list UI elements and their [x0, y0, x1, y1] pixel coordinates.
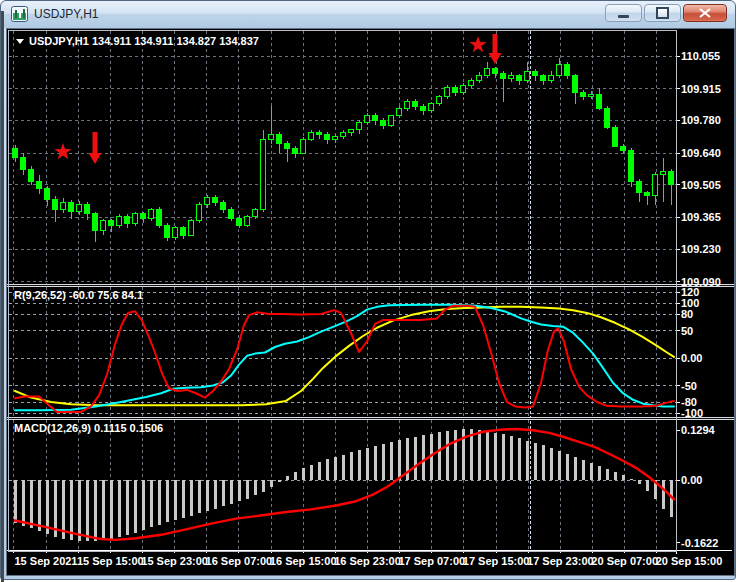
svg-text:16 Sep 15:00: 16 Sep 15:00 [270, 555, 337, 567]
svg-text:20 Sep 07:00: 20 Sep 07:00 [591, 555, 658, 567]
macd-histogram [14, 429, 673, 541]
svg-text:110.055: 110.055 [681, 50, 720, 62]
svg-text:15 Sep 23:00: 15 Sep 23:00 [141, 555, 208, 567]
maximize-button[interactable] [644, 4, 681, 22]
svg-text:-0.1622: -0.1622 [681, 537, 718, 549]
window-controls [605, 4, 727, 22]
ohlc-readout: USDJPY,H1 134.911 134.911 134.827 134.83… [29, 35, 259, 47]
svg-text:0.00: 0.00 [681, 474, 702, 486]
svg-text:109.915: 109.915 [681, 83, 721, 95]
background-window-edge [1, 11, 4, 582]
chart-icon [11, 6, 28, 22]
svg-text:0.00: 0.00 [681, 352, 702, 364]
minimize-button[interactable] [605, 4, 642, 22]
maximize-icon [656, 7, 669, 19]
minimize-icon [618, 15, 629, 18]
svg-text:50: 50 [681, 325, 693, 337]
red-star-icon [469, 36, 486, 52]
close-icon [699, 8, 711, 18]
main-chart-header[interactable]: USDJPY,H1 134.911 134.911 134.827 134.83… [16, 35, 259, 47]
svg-text:0.1294: 0.1294 [681, 424, 716, 436]
price-axis: 110.055109.915109.780109.640109.505109.3… [676, 30, 721, 554]
mt4-chart-window: USDJPY,H1 110.055109.915109.780109.64010… [0, 0, 736, 580]
svg-text:16 Sep 07:00: 16 Sep 07:00 [206, 555, 273, 567]
signal-markers [54, 34, 501, 164]
oscillator-header: R(9,26,52) -60.0 75.6 84.1 [14, 289, 143, 301]
svg-text:20 Sep 15:00: 20 Sep 15:00 [656, 555, 723, 567]
svg-text:17 Sep 07:00: 17 Sep 07:00 [398, 555, 465, 567]
svg-text:80: 80 [681, 308, 693, 320]
candles-layer [13, 58, 674, 242]
svg-text:15 Sep 15:00: 15 Sep 15:00 [77, 555, 144, 567]
macd-header: MACD(12,26,9) 0.1115 0.1506 [14, 422, 163, 434]
svg-text:15 Sep 2021: 15 Sep 2021 [15, 555, 78, 567]
svg-text:109.505: 109.505 [681, 179, 721, 191]
svg-text:17 Sep 15:00: 17 Sep 15:00 [463, 555, 530, 567]
close-button[interactable] [683, 4, 727, 22]
svg-text:16 Sep 23:00: 16 Sep 23:00 [334, 555, 401, 567]
svg-text:109.365: 109.365 [681, 211, 721, 223]
oscillator-level-lines [9, 292, 676, 480]
window-title: USDJPY,H1 [34, 7, 98, 21]
symbol-dropdown-icon[interactable] [16, 39, 24, 44]
macd-signal-line [15, 429, 674, 540]
red-down-arrow-icon [489, 34, 502, 64]
chart-client-area: 110.055109.915109.780109.640109.505109.3… [6, 28, 735, 576]
red-star-icon [54, 143, 71, 159]
svg-text:-50: -50 [681, 380, 697, 392]
svg-text:109.640: 109.640 [681, 147, 721, 159]
red-down-arrow-icon [89, 132, 102, 164]
title-bar[interactable]: USDJPY,H1 [1, 1, 735, 28]
svg-text:-100: -100 [681, 407, 703, 419]
svg-text:109.230: 109.230 [681, 243, 721, 255]
panel-separators [7, 284, 734, 420]
chart-canvas[interactable]: 110.055109.915109.780109.640109.505109.3… [7, 29, 734, 575]
time-axis: 15 Sep 202115 Sep 15:0015 Sep 23:0016 Se… [7, 550, 732, 567]
svg-text:109.780: 109.780 [681, 114, 721, 126]
svg-text:17 Sep 23:00: 17 Sep 23:00 [527, 555, 594, 567]
